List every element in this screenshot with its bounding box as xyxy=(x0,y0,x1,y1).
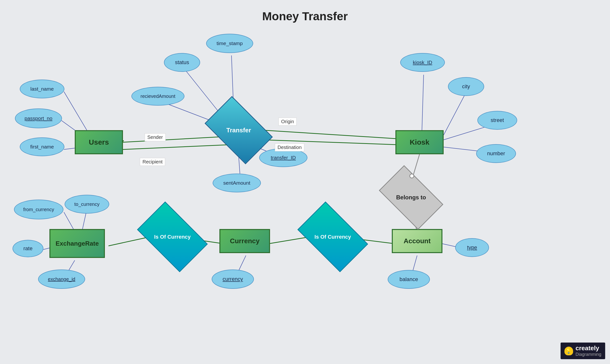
svg-line-15 xyxy=(239,157,240,174)
attr-exchange-id: exchange_id xyxy=(38,270,85,289)
attr-passport-no: passport_no xyxy=(15,108,62,128)
attr-time-stamp: time_stamp xyxy=(206,34,253,53)
attr-city: city xyxy=(448,77,484,96)
svg-line-20 xyxy=(444,89,468,135)
attr-type: type xyxy=(455,238,489,257)
attr-balance: balance xyxy=(388,270,430,289)
attr-street: street xyxy=(477,111,517,130)
attr-rate: rate xyxy=(13,240,43,257)
connection-lines xyxy=(0,0,610,364)
watermark: 💡 creately Diagramming xyxy=(560,343,605,359)
relationship-belongsto: Belongs to xyxy=(383,180,439,215)
rel-label-sender: Sender xyxy=(145,133,166,141)
entity-currency: Currency xyxy=(220,229,270,253)
attr-to-currency: to_currency xyxy=(65,195,109,214)
entity-account: Account xyxy=(392,229,442,253)
attr-kiosk-id: kiosk_ID xyxy=(400,53,445,72)
entity-kiosk: Kiosk xyxy=(395,130,444,154)
svg-line-19 xyxy=(422,75,424,130)
attr-sentamount: sentAmount xyxy=(213,174,261,192)
entity-exchangerate: ExchangeRate xyxy=(50,229,105,258)
relationship-transfer: Transfer xyxy=(210,111,268,149)
attr-number: number xyxy=(476,144,516,163)
attr-last-name: last_name xyxy=(20,79,64,98)
svg-line-16 xyxy=(64,91,87,130)
relationship-isofcurrency1: Is Of Currency xyxy=(142,217,203,257)
svg-line-7 xyxy=(270,237,306,244)
svg-line-12 xyxy=(183,67,222,116)
circle-marker-kiosk xyxy=(409,174,414,178)
diagram-title: Money Transfer xyxy=(262,10,348,23)
attr-recievedamount: recievedAmount xyxy=(131,87,184,105)
svg-line-2 xyxy=(263,130,395,139)
svg-line-23 xyxy=(64,212,75,231)
rel-label-recipient: Recipient xyxy=(140,158,165,166)
watermark-sub: Diagramming xyxy=(575,352,601,357)
entity-users: Users xyxy=(75,130,123,154)
rel-label-destination: Destination xyxy=(275,143,304,151)
watermark-brand: creately xyxy=(575,344,601,352)
attr-first-name: first_name xyxy=(20,137,64,156)
attr-status: status xyxy=(164,53,200,72)
relationship-isofcurrency2: Is Of Currency xyxy=(303,217,363,257)
canvas: Money Transfer xyxy=(0,0,610,364)
svg-line-5 xyxy=(108,237,147,246)
attr-from-currency: from_currency xyxy=(14,200,64,219)
watermark-bulb-icon: 💡 xyxy=(564,347,573,355)
rel-label-origin: Origin xyxy=(278,118,297,126)
attr-currency-val: currency xyxy=(212,270,254,289)
